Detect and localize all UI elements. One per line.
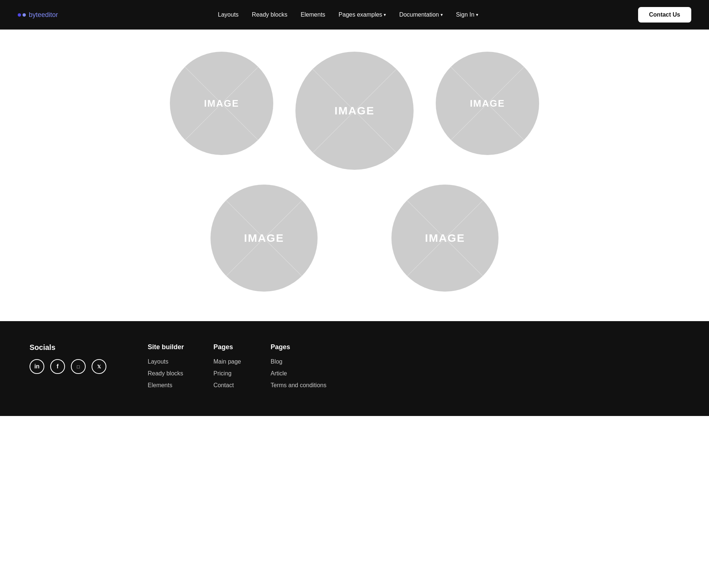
images-top-row: IMAGE IMAGE IMAGE	[30, 52, 679, 170]
nav-pages-examples[interactable]: Pages examples ▾	[339, 11, 386, 18]
facebook-icon[interactable]: f	[50, 359, 65, 374]
nav-elements[interactable]: Elements	[301, 11, 325, 18]
logo-byte: byte	[29, 11, 41, 18]
images-bottom-row: IMAGE IMAGE	[30, 185, 679, 292]
contact-us-button[interactable]: Contact Us	[638, 7, 691, 23]
socials-heading: Socials	[30, 343, 118, 352]
linkedin-icon[interactable]: in	[30, 359, 44, 374]
image-placeholder-4: IMAGE	[210, 185, 318, 292]
footer-col-pages-2: Pages Blog Article Terms and conditions	[271, 343, 326, 394]
nav-layouts[interactable]: Layouts	[218, 11, 239, 18]
navbar: byteeditor Layouts Ready blocks Elements…	[0, 0, 709, 30]
social-icons-group: in f □ 𝕏	[30, 359, 118, 374]
footer-col-pages-1-heading: Pages	[213, 343, 241, 351]
nav-ready-blocks[interactable]: Ready blocks	[252, 11, 287, 18]
chevron-down-icon: ▾	[384, 12, 386, 17]
footer-link-layouts[interactable]: Layouts	[148, 358, 184, 365]
logo-dot-1	[18, 13, 21, 17]
image-placeholder-2: IMAGE	[295, 52, 414, 170]
chevron-down-icon-2: ▾	[441, 12, 443, 17]
logo-editor: editor	[41, 11, 58, 18]
image-label-2: IMAGE	[335, 104, 374, 117]
footer-link-terms[interactable]: Terms and conditions	[271, 382, 326, 389]
footer-inner: Socials in f □ 𝕏 Site builder Layouts Re…	[30, 343, 679, 394]
image-label-1: IMAGE	[204, 98, 239, 109]
footer-columns: Site builder Layouts Ready blocks Elemen…	[148, 343, 679, 394]
nav-signin[interactable]: Sign In ▾	[456, 11, 478, 18]
image-placeholder-3: IMAGE	[436, 52, 539, 155]
footer-col-pages-2-heading: Pages	[271, 343, 326, 351]
footer: Socials in f □ 𝕏 Site builder Layouts Re…	[0, 321, 709, 416]
nav-documentation[interactable]: Documentation ▾	[399, 11, 443, 18]
footer-link-article[interactable]: Article	[271, 370, 326, 377]
logo[interactable]: byteeditor	[18, 11, 58, 19]
footer-col-pages-1: Pages Main page Pricing Contact	[213, 343, 241, 394]
footer-socials: Socials in f □ 𝕏	[30, 343, 118, 374]
image-label-4: IMAGE	[244, 232, 284, 244]
footer-col-site-builder-heading: Site builder	[148, 343, 184, 351]
image-label-3: IMAGE	[470, 98, 505, 109]
footer-link-ready-blocks[interactable]: Ready blocks	[148, 370, 184, 377]
footer-col-site-builder: Site builder Layouts Ready blocks Elemen…	[148, 343, 184, 394]
twitter-icon[interactable]: 𝕏	[92, 359, 106, 374]
footer-link-pricing[interactable]: Pricing	[213, 370, 241, 377]
image-placeholder-5: IMAGE	[391, 185, 499, 292]
logo-dots	[18, 13, 26, 17]
image-label-5: IMAGE	[425, 232, 465, 244]
footer-link-elements[interactable]: Elements	[148, 382, 184, 389]
footer-link-contact[interactable]: Contact	[213, 382, 241, 389]
logo-text: byteeditor	[29, 11, 58, 19]
footer-link-main-page[interactable]: Main page	[213, 358, 241, 365]
footer-link-blog[interactable]: Blog	[271, 358, 326, 365]
nav-links: Layouts Ready blocks Elements Pages exam…	[218, 11, 478, 18]
image-placeholder-1: IMAGE	[170, 52, 273, 155]
main-content: IMAGE IMAGE IMAGE IMAGE IMAGE	[0, 30, 709, 321]
logo-dot-2	[23, 13, 26, 17]
instagram-icon[interactable]: □	[71, 359, 86, 374]
chevron-down-icon-3: ▾	[476, 12, 478, 17]
